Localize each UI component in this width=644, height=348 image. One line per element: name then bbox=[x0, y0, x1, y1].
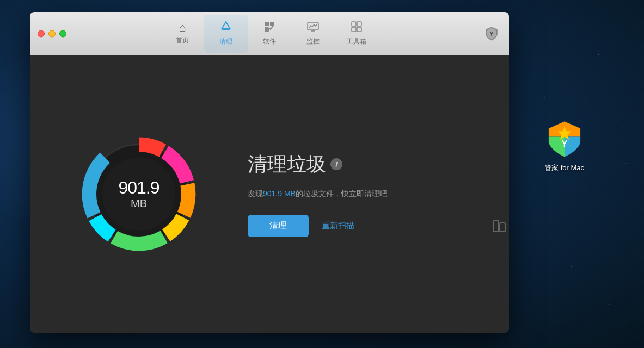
svg-text:Y: Y bbox=[489, 30, 494, 36]
monitor-icon bbox=[307, 21, 319, 35]
shield-icon: Y bbox=[484, 26, 499, 41]
clean-icon bbox=[220, 21, 232, 35]
desktop-icon-guanjia[interactable]: Y 管家 for Mac bbox=[544, 120, 584, 173]
info-icon: i bbox=[330, 158, 342, 170]
donut-unit: MB bbox=[118, 197, 159, 210]
donut-number: 901.9 bbox=[118, 178, 159, 197]
svg-marker-1 bbox=[222, 22, 230, 28]
svg-rect-3 bbox=[270, 22, 274, 26]
desc-suffix: 的垃圾文件，快立即清理吧 bbox=[296, 189, 387, 198]
svg-rect-4 bbox=[265, 27, 269, 32]
svg-text:Y: Y bbox=[561, 139, 567, 148]
svg-rect-23 bbox=[500, 223, 505, 232]
nav-label-toolbox: 工具箱 bbox=[347, 37, 366, 46]
nav-item-clean[interactable]: 清理 bbox=[204, 15, 248, 53]
toolbox-icon bbox=[351, 21, 363, 35]
svg-rect-2 bbox=[265, 22, 269, 26]
svg-rect-11 bbox=[357, 27, 361, 32]
title-bar: ⌂ 首页 清理 bbox=[30, 12, 509, 55]
nav-item-monitor[interactable]: 监控 bbox=[291, 15, 335, 53]
home-icon: ⌂ bbox=[179, 22, 186, 34]
rescan-button[interactable]: 重新扫描 bbox=[322, 221, 354, 231]
desc-highlight: 901.9 MB bbox=[263, 189, 296, 198]
minimize-button[interactable] bbox=[48, 30, 56, 37]
desktop-icon-label: 管家 for Mac bbox=[544, 163, 584, 173]
nav-label-monitor: 监控 bbox=[306, 37, 320, 46]
nav-label-home: 首页 bbox=[176, 36, 189, 45]
nav-item-toolbox[interactable]: 工具箱 bbox=[335, 15, 378, 53]
nav-item-home[interactable]: ⌂ 首页 bbox=[161, 15, 204, 53]
section-title-text: 清理垃圾 bbox=[248, 151, 326, 178]
main-content: 901.9 MB 清理垃圾 i 发现901.9 MB的垃圾文件，快立即清理吧 清… bbox=[30, 55, 509, 333]
compare-icon[interactable] bbox=[489, 216, 509, 236]
donut-center-label: 901.9 MB bbox=[118, 178, 159, 210]
nav-label-software: 软件 bbox=[263, 37, 276, 46]
toolbar-nav: ⌂ 首页 清理 bbox=[30, 15, 509, 53]
maximize-button[interactable] bbox=[59, 30, 66, 37]
right-panel: 清理垃圾 i 发现901.9 MB的垃圾文件，快立即清理吧 清理 重新扫描 bbox=[248, 151, 509, 237]
desktop-icon-shield: Y bbox=[545, 120, 584, 159]
clean-button[interactable]: 清理 bbox=[248, 215, 309, 237]
app-window: ⌂ 首页 清理 bbox=[30, 12, 509, 333]
desktop-icon-name: 管家 for Mac bbox=[544, 164, 584, 172]
desc-prefix: 发现 bbox=[248, 189, 263, 198]
nav-label-clean: 清理 bbox=[219, 37, 232, 46]
window-controls bbox=[30, 30, 66, 37]
svg-rect-22 bbox=[493, 221, 499, 232]
svg-rect-9 bbox=[357, 22, 361, 26]
svg-rect-8 bbox=[352, 22, 356, 26]
shield-top-right-button[interactable]: Y bbox=[482, 24, 501, 44]
description-text: 发现901.9 MB的垃圾文件，快立即清理吧 bbox=[248, 188, 509, 200]
action-row: 清理 重新扫描 bbox=[248, 215, 509, 237]
nav-item-software[interactable]: 软件 bbox=[248, 15, 291, 53]
software-icon bbox=[263, 21, 275, 35]
donut-chart: 901.9 MB bbox=[73, 129, 204, 259]
section-title: 清理垃圾 i bbox=[248, 151, 509, 178]
svg-rect-10 bbox=[352, 27, 356, 32]
close-button[interactable] bbox=[38, 30, 45, 37]
